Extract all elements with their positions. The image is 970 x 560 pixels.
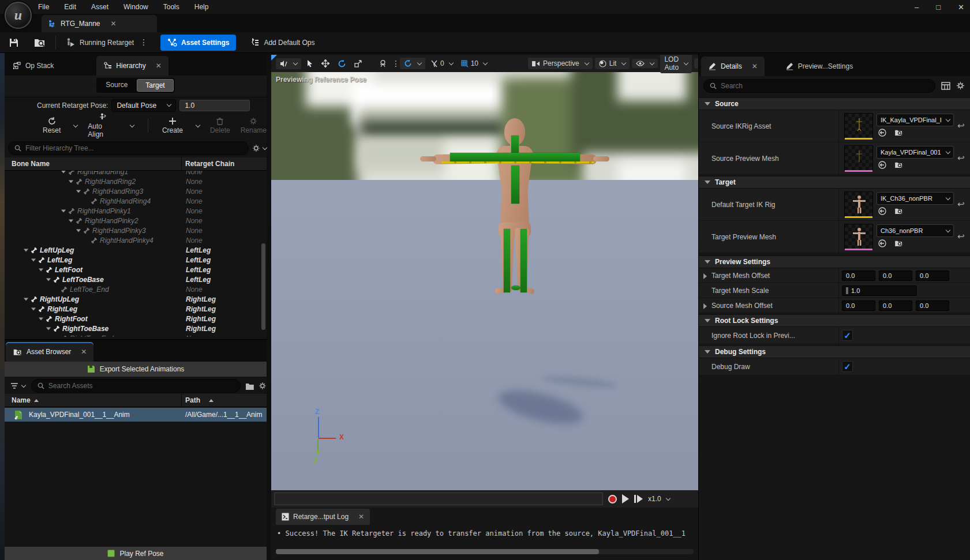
delete-button[interactable]: Delete <box>210 117 230 134</box>
tab-hierarchy[interactable]: Hierarchy ✕ <box>96 56 168 76</box>
expander-icon[interactable] <box>31 307 36 310</box>
offset-x-field[interactable]: 0.0 <box>842 270 875 281</box>
property-matrix-icon[interactable] <box>941 82 950 90</box>
vp-kebab-icon[interactable]: ⋮ <box>392 62 398 65</box>
rotation-snap-dropdown[interactable] <box>400 58 425 69</box>
tab-close-icon[interactable]: ✕ <box>110 20 116 28</box>
target-section-header[interactable]: Target <box>699 176 970 189</box>
reset-to-default-icon[interactable]: ↩ <box>957 231 965 242</box>
translate-tool-button[interactable] <box>319 58 332 69</box>
reset-to-default-icon[interactable]: ↩ <box>957 153 965 163</box>
tab-rtg-manne[interactable]: RTG_Manne ✕ <box>42 15 157 32</box>
running-retarget-button[interactable]: Running Retarget <box>65 37 134 48</box>
target-mesh-thumbnail[interactable] <box>844 224 873 249</box>
expander-icon[interactable] <box>76 229 81 232</box>
filter-lines-icon[interactable] <box>10 382 19 389</box>
angle-snap-dropdown[interactable]: 0 <box>428 58 456 69</box>
tab-preview-settings[interactable]: Preview...Settings <box>778 57 860 76</box>
details-tab-close-icon[interactable]: ✕ <box>752 62 758 70</box>
save-button[interactable] <box>8 37 20 48</box>
log-scroll-thumb[interactable] <box>276 549 599 554</box>
rotate-tool-button[interactable] <box>335 58 349 70</box>
column-divider[interactable] <box>181 394 182 407</box>
viewport[interactable]: Previewing Reference Pose <box>271 55 698 508</box>
drag-grip[interactable] <box>846 287 848 294</box>
play-ref-pose-button[interactable]: Play Ref Pose <box>5 547 267 560</box>
toggle-target[interactable]: Target <box>137 79 173 92</box>
offset-x-field[interactable]: 0.0 <box>842 300 875 311</box>
use-selected-icon[interactable] <box>878 207 887 215</box>
auto-align-chevron-icon[interactable] <box>130 122 134 127</box>
reset-to-default-icon[interactable]: ↩ <box>957 121 965 131</box>
filter-settings-gear-icon[interactable] <box>252 144 260 152</box>
expander-icon[interactable] <box>46 327 51 330</box>
expander-icon[interactable] <box>76 190 81 193</box>
reset-chevron-icon[interactable] <box>73 122 78 127</box>
browse-to-asset-icon[interactable] <box>894 207 904 215</box>
ignore-root-lock-checkbox[interactable]: ✓ <box>842 330 853 341</box>
bone-tree-row[interactable]: RightHandPinky3 None <box>5 225 267 235</box>
column-divider[interactable] <box>181 157 182 171</box>
playback-speed-dropdown[interactable]: x1.0 <box>648 495 670 503</box>
debug-settings-section-header[interactable]: Debug Settings <box>699 345 970 358</box>
expander-icon[interactable] <box>24 298 28 300</box>
bone-tree-row[interactable]: RightUpLeg RightLeg <box>5 294 267 304</box>
offset-z-field[interactable]: 0.0 <box>916 300 949 311</box>
asset-settings-gear-icon[interactable] <box>259 382 267 390</box>
create-button[interactable]: Create <box>162 117 183 134</box>
target-mesh-scale-field[interactable]: 1.0 <box>842 285 917 296</box>
lod-dropdown[interactable]: LOD Auto <box>660 55 692 73</box>
browse-asset-button[interactable] <box>33 37 46 48</box>
show-flags-dropdown[interactable] <box>632 59 658 68</box>
bone-tree-row[interactable]: RightHandRing3 None <box>5 186 267 196</box>
camera-mode-dropdown[interactable] <box>276 58 301 69</box>
filter-lines-chevron-icon[interactable] <box>21 382 26 387</box>
close-button[interactable]: ✕ <box>958 3 964 12</box>
root-lock-section-header[interactable]: Root Lock Settings <box>699 314 970 327</box>
menu-edit[interactable]: Edit <box>64 3 76 11</box>
expander-icon[interactable] <box>69 180 73 183</box>
menu-asset[interactable]: Asset <box>91 3 108 11</box>
use-selected-icon[interactable] <box>878 161 887 169</box>
tab-op-stack[interactable]: Op Stack <box>6 56 61 76</box>
expander-icon[interactable] <box>24 249 28 251</box>
bone-tree-row[interactable]: RightHandPinky1 None <box>5 206 267 216</box>
expander-icon[interactable] <box>31 258 36 261</box>
bone-tree-row[interactable]: RightFoot RightLeg <box>5 314 267 324</box>
bone-tree-row[interactable]: RightHandRing2 None <box>5 176 267 186</box>
export-selected-animations-button[interactable]: Export Selected Animations <box>5 362 267 377</box>
lit-dropdown[interactable]: Lit <box>595 58 630 69</box>
bone-tree-scrollbar[interactable] <box>261 243 265 330</box>
tab-details[interactable]: Details ✕ <box>701 57 765 76</box>
offset-y-field[interactable]: 0.0 <box>879 300 912 311</box>
search-assets-input[interactable]: Search Assets <box>31 379 241 393</box>
use-selected-icon[interactable] <box>878 129 887 137</box>
browse-to-asset-icon[interactable] <box>894 161 904 169</box>
log-scrollbar[interactable] <box>276 549 694 554</box>
bone-tree-row[interactable]: RightLeg RightLeg <box>5 304 267 314</box>
reset-to-default-icon[interactable]: ↩ <box>957 199 965 209</box>
details-settings-gear-icon[interactable] <box>956 81 965 90</box>
bone-tree-row[interactable]: LeftToe_End None <box>5 284 267 294</box>
target-ikrig-thumbnail[interactable] <box>844 191 873 217</box>
pose-dropdown[interactable]: Default Pose <box>111 99 176 112</box>
tab-asset-browser[interactable]: Asset Browser ✕ <box>6 342 93 362</box>
expander-icon[interactable] <box>69 219 73 222</box>
expander-icon[interactable] <box>39 317 43 320</box>
maximize-button[interactable]: □ <box>936 3 941 12</box>
asset-settings-button[interactable]: Asset Settings <box>160 35 236 51</box>
browse-to-asset-icon[interactable] <box>894 239 904 247</box>
use-selected-icon[interactable] <box>878 239 887 247</box>
timeline-track[interactable] <box>274 493 603 505</box>
target-ikrig-dropdown[interactable]: IK_Ch36_nonPBR <box>877 192 954 205</box>
hierarchy-tab-close-icon[interactable]: ✕ <box>156 62 162 70</box>
scale-tool-button[interactable] <box>351 58 365 69</box>
source-ikrig-dropdown[interactable]: IK_Kayla_VPDFinal_I <box>877 114 954 126</box>
minimize-button[interactable]: – <box>915 3 919 12</box>
expander-icon[interactable] <box>61 171 66 173</box>
source-section-header[interactable]: Source <box>699 97 970 110</box>
bone-name-header[interactable]: Bone Name <box>12 160 50 168</box>
log-tab-close-icon[interactable]: ✕ <box>358 513 364 521</box>
menu-file[interactable]: File <box>38 3 49 11</box>
offset-z-field[interactable]: 0.0 <box>916 270 949 281</box>
